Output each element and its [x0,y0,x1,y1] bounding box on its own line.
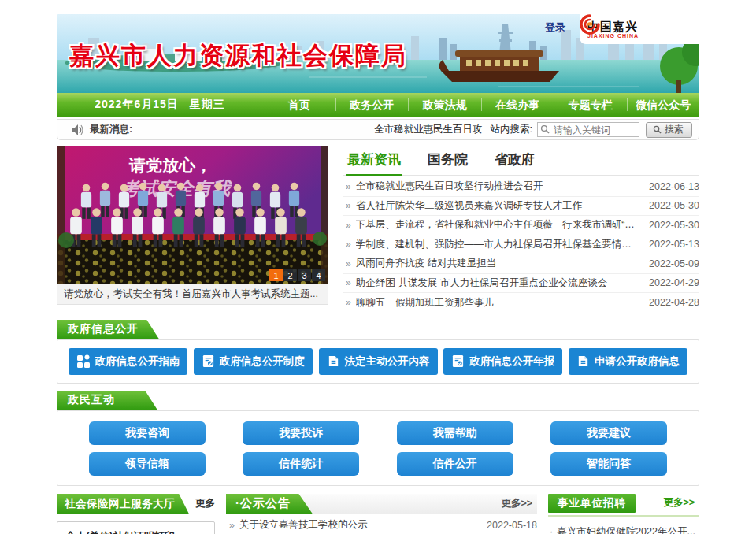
info-button-label: 申请公开政府信息 [595,354,680,369]
page-title: 嘉兴市人力资源和社会保障局 [69,39,407,72]
complaint-button[interactable]: 我要投诉 [243,421,359,445]
info-button-label: 政府信息公开年报 [469,354,554,369]
interaction-section: 政民互动 我要咨询 我要投诉 我需帮助 我要建议 领导信箱 信件统计 信件公开 … [57,391,699,486]
search-button-label: 搜索 [665,123,684,136]
search-button[interactable]: 搜索 [646,122,692,138]
leader-mailbox-button[interactable]: 领导信箱 [89,452,206,476]
nav-date: 2022年6月15日星期三 [57,98,263,112]
letter-statistics-button[interactable]: 信件统计 [243,452,359,476]
book-icon [576,354,590,368]
main-content-row: 请党放心， 考试安全有我 [57,146,699,313]
nav-item-home[interactable]: 首页 [263,98,335,111]
info-disclosure-section: 政府信息公开 政府信息公开指南 政府信息公开制 [57,320,699,384]
news-tabs: 最新资讯 国务院 省政府 [343,146,699,176]
panel-title: 社会保险网上服务大厅 [57,494,189,514]
news-row: » 下基层、走流程，省社保和就业中心主任项薇一行来我市调研“国统”上线情况 20… [343,216,699,235]
smart-qa-button[interactable]: 智能问答 [550,452,667,476]
search-button-icon [653,125,662,134]
letter-disclosure-button[interactable]: 信件公开 [397,452,513,476]
news-date: 2022-05-30 [649,220,699,231]
news-link[interactable]: 学制度、建机制、强防控——市人力社保局召开社保基金要情专题学习会 [356,238,641,251]
doc-check-icon [451,354,465,368]
nav-item-gov-open[interactable]: 政务公开 [335,98,409,111]
info-button-label: 政府信息公开指南 [95,354,180,369]
news-link[interactable]: 省人社厅陈荣华二级巡视员来嘉兴调研专技人才工作 [356,199,641,213]
tab-state-council[interactable]: 国务院 [426,147,469,175]
grid-icon [76,354,91,369]
news-ticker-bar: 最新消息: 全市稳就业惠民生百日攻 站内搜索: 搜索 [57,119,699,140]
news-row: » 全市稳就业惠民生百日攻坚行动推进会召开 2022-06-13 [343,177,699,197]
announcement-link[interactable]: 关于设立嘉善技工学校的公示 [239,518,479,532]
news-date: 2022-04-28 [649,297,699,308]
section-title-ribbon: 政民互动 [57,391,158,410]
main-nav: 2022年6月15日星期三 首页 政务公开 政策法规 在线办事 专题专栏 微信公… [57,93,699,117]
service-item[interactable]: 个人(单位)社保证明打印 [57,521,215,534]
speaker-icon [72,124,83,135]
news-link[interactable]: 助企纾困 共谋发展 市人力社保局召开重点企业交流座谈会 [356,276,641,290]
info-proactive-button[interactable]: 法定主动公开内容 [319,348,438,375]
jiaxing-logo: 中国嘉兴 JIAXING CHINA [580,14,699,44]
news-date: 2022-05-13 [649,239,699,250]
panel-title: 事业单位招聘 [548,494,636,513]
jiaxing-logo-icon [580,14,600,35]
pager-page-4[interactable]: 4 [312,269,325,281]
tab-latest-news[interactable]: 最新资讯 [346,147,402,176]
announcement-date: 2022-05-18 [487,520,537,531]
login-button[interactable]: 登录 [545,20,565,35]
photo-carousel: 请党放心， 考试安全有我 [57,146,328,313]
pager-page-1[interactable]: 1 [269,269,283,281]
social-insurance-panel: 社会保险网上服务大厅 更多 个人(单位)社保证明打印 办事指南 [57,494,215,534]
carousel-photo[interactable]: 请党放心， 考试安全有我 [57,146,328,284]
item-marker-icon: » [346,239,351,250]
carousel-caption[interactable]: 请党放心，考试安全有我！首届嘉兴市人事考试系统主题... [57,284,328,305]
announcements-panel: ·公示公告 更多>> » 关于设立嘉善技工学校的公示 2022-05-18 » … [226,494,537,534]
help-button[interactable]: 我需帮助 [397,421,513,445]
nav-item-special[interactable]: 专题专栏 [554,98,627,111]
weekday-text: 星期三 [190,98,225,110]
news-date: 2022-04-29 [649,277,699,288]
suggestion-button[interactable]: 我要建议 [550,421,667,445]
news-link[interactable]: 风雨同舟齐抗疫 结对共建显担当 [356,257,641,270]
date-text: 2022年6月15日 [94,98,179,110]
search-field-wrap [537,122,639,137]
news-link[interactable]: 聊聊五一假期加班工资那些事儿 [356,296,641,310]
info-guide-button[interactable]: 政府信息公开指南 [69,348,187,375]
consult-button[interactable]: 我要咨询 [89,421,206,445]
info-system-button[interactable]: 政府信息公开制度 [194,348,313,375]
group-photo-image: 请党放心， 考试安全有我 [57,146,328,284]
info-disclosure-box: 政府信息公开指南 政府信息公开制度 法定主 [57,339,699,384]
item-marker-icon: » [346,220,351,231]
ticker-scrolling-text[interactable]: 全市稳就业惠民生百日攻 [374,123,483,136]
interaction-box: 我要咨询 我要投诉 我需帮助 我要建议 领导信箱 信件统计 信件公开 智能问答 [57,410,699,486]
info-annual-report-button[interactable]: 政府信息公开年报 [443,348,562,375]
news-row: » 学制度、建机制、强防控——市人力社保局召开社保基金要情专题学习会 2022-… [343,235,699,255]
info-request-button[interactable]: 申请公开政府信息 [569,348,687,375]
news-link[interactable]: 下基层、走流程，省社保和就业中心主任项薇一行来我市调研“国统”上线情况 [356,218,641,232]
news-date: 2022-05-09 [649,258,699,269]
photo-overlay-line1: 请党放心， [128,156,212,174]
news-row: » 省人社厅陈荣华二级巡视员来嘉兴调研专技人才工作 2022-05-30 [343,197,699,217]
item-marker-icon: » [346,297,351,308]
more-link[interactable]: 更多>> [663,496,695,510]
item-marker-icon: » [346,277,351,288]
pager-page-3[interactable]: 3 [298,269,311,281]
nav-item-policy[interactable]: 政策法规 [408,98,481,111]
pager-page-2[interactable]: 2 [284,269,297,281]
site-banner: 嘉兴市人力资源和社会保障局 登录 中国嘉兴 JIAXING CHINA [57,14,699,93]
nav-item-online[interactable]: 在线办事 [481,98,554,111]
search-input[interactable] [537,122,639,137]
item-marker-icon: » [346,200,351,211]
item-marker-icon: » [346,258,351,269]
bottom-row: 社会保险网上服务大厅 更多 个人(单位)社保证明打印 办事指南 ·公示公告 更多… [57,494,699,534]
ticker-label: 最新消息: [90,123,132,136]
panel-title: ·公示公告 [226,494,313,514]
book-icon [327,354,340,368]
nav-item-wechat[interactable]: 微信公众号 [627,98,700,111]
more-link[interactable]: 更多>> [501,497,532,510]
recruitment-item[interactable]: · 嘉兴市妇幼保健院2022年公开... [548,521,699,534]
more-link[interactable]: 更多 [195,497,215,510]
tab-provincial-gov[interactable]: 省政府 [493,147,536,175]
announcement-row: » 关于设立嘉善技工学校的公示 2022-05-18 [226,514,537,534]
info-button-label: 法定主动公开内容 [345,354,430,369]
news-link[interactable]: 全市稳就业惠民生百日攻坚行动推进会召开 [356,180,641,193]
